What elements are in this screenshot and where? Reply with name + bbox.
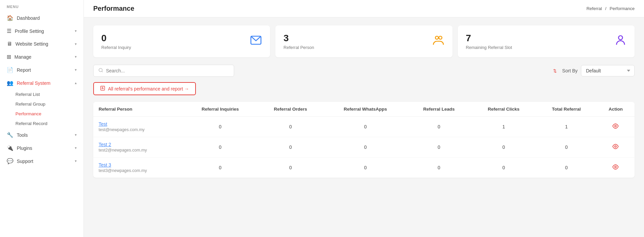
chevron-down-icon: ▾ xyxy=(75,68,77,72)
cell-action xyxy=(597,137,635,158)
person-name-link[interactable]: Test 2 xyxy=(99,142,178,147)
stat-card-referral-person: 3 Referral Person xyxy=(275,25,452,57)
svg-point-11 xyxy=(615,145,616,147)
col-referral-whatsapps: Referral WhatsApps xyxy=(324,102,407,117)
sidebar-item-manage[interactable]: ⊞ Manage ▾ xyxy=(0,50,84,63)
sidebar-item-plugins[interactable]: 🔌 Plugins ▾ xyxy=(0,141,84,155)
person-email: test3@newpages.com.my xyxy=(99,168,178,173)
monitor-icon: 🖥 xyxy=(7,41,12,47)
view-icon[interactable] xyxy=(612,144,619,151)
sidebar-item-performance[interactable]: Performance xyxy=(15,109,84,119)
col-total-referral: Total Referral xyxy=(536,102,596,117)
cell-inquiries: 0 xyxy=(183,117,257,137)
svg-point-12 xyxy=(615,166,616,168)
report-button-label: All referral's performance and report → xyxy=(108,86,189,92)
all-referral-report-button[interactable]: All referral's performance and report → xyxy=(93,82,196,95)
svg-point-10 xyxy=(615,125,616,127)
cell-clicks: 1 xyxy=(471,117,536,137)
sidebar-item-referral-system[interactable]: 👥 Referral System ▴ xyxy=(0,76,84,90)
col-referral-inquiries: Referral Inquiries xyxy=(183,102,257,117)
stat-number-inquiry: 0 xyxy=(101,33,131,44)
sort-section: ⇅ Sort By Default Name Date xyxy=(553,65,635,76)
view-icon[interactable] xyxy=(612,165,619,172)
svg-point-3 xyxy=(619,36,623,40)
cell-person: Test 2 test2@newpages.com.my xyxy=(93,137,183,158)
sidebar-item-dashboard[interactable]: 🏠 Dashboard xyxy=(0,11,84,24)
cell-total: 0 xyxy=(536,158,596,178)
chevron-down-icon: ▾ xyxy=(75,42,77,46)
person-name-link[interactable]: Test 3 xyxy=(99,162,178,168)
stat-number-slot: 7 xyxy=(466,33,512,44)
chevron-down-icon: ▾ xyxy=(75,55,77,59)
sidebar-item-report[interactable]: 📄 Report ▾ xyxy=(0,63,84,76)
performance-table: Referral Person Referral Inquiries Refer… xyxy=(93,102,635,178)
svg-point-2 xyxy=(439,36,442,39)
search-box[interactable] xyxy=(93,65,234,77)
tools-icon: 🔧 xyxy=(7,132,13,138)
sidebar-item-referral-record[interactable]: Referral Record xyxy=(15,119,84,128)
svg-line-5 xyxy=(102,71,103,72)
person-name-link[interactable]: Test xyxy=(99,121,178,127)
col-referral-clicks: Referral Clicks xyxy=(471,102,536,117)
referral-submenu: Referral List Referral Group Performance… xyxy=(0,90,84,128)
cell-orders: 0 xyxy=(257,137,324,158)
table-row: Test test@newpages.com.my 0 0 0 0 1 1 xyxy=(93,117,635,137)
sidebar: MENU 🏠 Dashboard ☰ Profile Setting ▾ 🖥 W… xyxy=(0,0,84,237)
plugins-icon: 🔌 xyxy=(7,145,13,151)
page-header: Performance Referral / Performance xyxy=(84,0,644,17)
cell-inquiries: 0 xyxy=(183,137,257,158)
cell-clicks: 0 xyxy=(471,158,536,178)
cell-total: 0 xyxy=(536,137,596,158)
cell-inquiries: 0 xyxy=(183,158,257,178)
cell-orders: 0 xyxy=(257,117,324,137)
view-icon[interactable] xyxy=(612,124,619,131)
sidebar-item-referral-list[interactable]: Referral List xyxy=(15,90,84,99)
breadcrumb-current: Performance xyxy=(610,6,635,11)
cell-whatsapps: 0 xyxy=(324,117,407,137)
chevron-down-icon: ▾ xyxy=(75,29,77,33)
search-input[interactable] xyxy=(106,68,229,73)
page-title: Performance xyxy=(93,5,134,12)
person-email: test@newpages.com.my xyxy=(99,127,178,132)
cell-leads: 0 xyxy=(407,137,471,158)
cell-person: Test test@newpages.com.my xyxy=(93,117,183,137)
svg-point-1 xyxy=(435,36,438,39)
col-action: Action xyxy=(597,102,635,117)
stat-label-inquiry: Referral Inquiry xyxy=(101,45,131,50)
chevron-down-icon: ▾ xyxy=(75,146,77,150)
stat-number-person: 3 xyxy=(283,33,314,44)
cell-whatsapps: 0 xyxy=(324,137,407,158)
support-icon: 💬 xyxy=(7,158,13,164)
sidebar-item-referral-group[interactable]: Referral Group xyxy=(15,99,84,109)
svg-point-4 xyxy=(99,68,102,72)
stat-card-remaining-slot: 7 Remaining Referral Slot xyxy=(458,25,635,57)
person-email: test2@newpages.com.my xyxy=(99,148,178,153)
breadcrumb-separator: / xyxy=(605,6,606,11)
person-icon xyxy=(614,34,627,49)
cell-total: 1 xyxy=(536,117,596,137)
chevron-down-icon: ▾ xyxy=(75,133,77,137)
sidebar-item-website-setting[interactable]: 🖥 Website Setting ▾ xyxy=(0,38,84,50)
stat-cards: 0 Referral Inquiry 3 Referral Person xyxy=(93,25,635,57)
cell-action xyxy=(597,158,635,178)
sidebar-item-profile-setting[interactable]: ☰ Profile Setting ▾ xyxy=(0,24,84,38)
sidebar-item-support[interactable]: 💬 Support ▾ xyxy=(0,155,84,168)
cell-whatsapps: 0 xyxy=(324,158,407,178)
sort-select[interactable]: Default Name Date xyxy=(581,65,635,76)
breadcrumb-root: Referral xyxy=(586,6,602,11)
stat-card-referral-inquiry: 0 Referral Inquiry xyxy=(93,25,270,57)
main-content: Performance Referral / Performance 0 Ref… xyxy=(84,0,644,237)
profile-icon: ☰ xyxy=(7,28,11,34)
chevron-up-icon: ▴ xyxy=(75,81,77,85)
sidebar-item-tools[interactable]: 🔧 Tools ▾ xyxy=(0,128,84,141)
stat-label-person: Referral Person xyxy=(283,45,314,50)
cell-clicks: 0 xyxy=(471,137,536,158)
chevron-down-icon: ▾ xyxy=(75,159,77,163)
referral-icon: 👥 xyxy=(7,80,13,86)
stat-label-slot: Remaining Referral Slot xyxy=(466,45,512,50)
table-row: Test 2 test2@newpages.com.my 0 0 0 0 0 0 xyxy=(93,137,635,158)
cell-orders: 0 xyxy=(257,158,324,178)
home-icon: 🏠 xyxy=(7,15,13,21)
report-chart-icon xyxy=(100,85,105,92)
search-icon xyxy=(98,68,103,74)
